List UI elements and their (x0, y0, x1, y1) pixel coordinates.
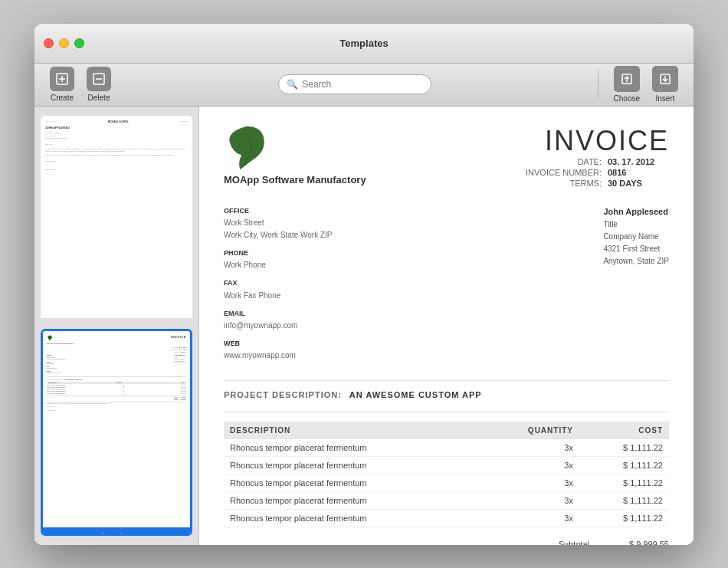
terms-label: TERMS: (569, 179, 602, 188)
row-cost: $ 1,111.22 (579, 492, 669, 510)
divider-1 (224, 380, 669, 381)
invoice-addresses: OFFICE Work Street Work City, Work State… (224, 205, 669, 369)
to-name: John Appleseed (603, 205, 669, 219)
row-qty: 3x (480, 474, 579, 492)
invoice-header: MOApp Software Manufactory INVOICE DATE:… (224, 125, 669, 193)
create-button[interactable]: Create (45, 64, 79, 105)
sidebar: FIRST NAME MICHAEL GOSPEL reference JOHN… (34, 107, 199, 545)
invoice-leaf-icon (224, 125, 366, 174)
row-qty: 3x (480, 457, 579, 474)
choose-icon (614, 66, 640, 92)
to-company: Company Name (603, 231, 669, 243)
row-cost: $ 1,111.22 (579, 439, 669, 457)
email-value: info@myownapp.com (224, 320, 333, 332)
window-title: Templates (339, 38, 388, 49)
insert-icon (652, 66, 678, 92)
table-row: Rhoncus tempor placerat fermentum 3x $ 1… (224, 474, 669, 492)
row-qty: 3x (480, 510, 579, 527)
sidebar-item-invoice[interactable]: INVOICE MOApp Software Manufactory DATE:… (41, 329, 192, 535)
col-header-quantity: QUANTITY (480, 422, 579, 439)
row-cost: $ 1,111.22 (579, 510, 669, 527)
table-row: Rhoncus tempor placerat fermentum 3x $ 1… (224, 457, 669, 474)
date-value: 03. 17. 2012 (608, 157, 669, 166)
choose-label: Choose (614, 94, 640, 103)
office-label: OFFICE (224, 205, 333, 216)
web-label: Web (224, 338, 333, 349)
table-row: Rhoncus tempor placerat fermentum 3x $ 1… (224, 510, 669, 527)
date-label: DATE: (577, 157, 602, 166)
close-button[interactable] (44, 38, 54, 48)
table-row: Rhoncus tempor placerat fermentum 3x $ 1… (224, 492, 669, 510)
row-desc: Rhoncus tempor placerat fermentum (224, 457, 480, 474)
minimize-button[interactable] (59, 38, 69, 48)
toolbar-divider (598, 71, 598, 98)
subtotal-label: Subtotal (528, 540, 589, 544)
invoice-title: INVOICE (526, 125, 669, 157)
insert-button[interactable]: Insert (648, 63, 683, 106)
search-icon: 🔍 (287, 79, 298, 90)
row-cost: $ 1,111.22 (579, 457, 669, 474)
invoice-number-value: 0816 (608, 168, 669, 177)
invoice-meta: DATE: 03. 17. 2012 INVOICE NUMBER: 0816 … (526, 157, 669, 188)
invoice-number-label: INVOICE NUMBER: (526, 168, 602, 177)
phone-label: Phone (224, 248, 333, 258)
search-box[interactable]: 🔍 (278, 74, 431, 94)
insert-label: Insert (655, 94, 674, 103)
invoice-label: Invoice (43, 527, 190, 535)
subtotal-value: $ 9,999.55 (608, 540, 669, 544)
choose-button[interactable]: Choose (609, 63, 644, 106)
invoice-preview-thumb: INVOICE MOApp Software Manufactory DATE:… (43, 331, 190, 527)
invoice-totals: Subtotal $ 9,999.55 Tax (8.25%) $ 111.33… (224, 540, 669, 544)
email-label: Email (224, 308, 333, 319)
to-title: Title (603, 218, 669, 231)
search-input[interactable] (302, 79, 409, 90)
create-icon (50, 67, 74, 91)
subtotal-row: Subtotal $ 9,999.55 (528, 540, 669, 544)
create-label: Create (51, 94, 74, 102)
letter-simple-label: Letter (Simple) (41, 318, 192, 323)
office-line2: Work City, Work State Work ZIP (224, 229, 333, 241)
maximize-button[interactable] (74, 38, 84, 48)
invoice-table: DESCRIPTION QUANTITY COST Rhoncus tempor… (224, 422, 669, 527)
titlebar: Templates (34, 24, 694, 64)
delete-label: Delete (88, 94, 110, 102)
toolbar-right: Choose Insert (609, 63, 683, 106)
row-desc: Rhoncus tempor placerat fermentum (224, 492, 480, 510)
row-qty: 3x (480, 492, 579, 510)
preview-panel: MOApp Software Manufactory INVOICE DATE:… (199, 107, 694, 545)
company-name: MOApp Software Manufactory (224, 174, 366, 186)
fax-label: Fax (224, 277, 333, 288)
row-desc: Rhoncus tempor placerat fermentum (224, 474, 480, 492)
project-desc-value: AN AWESOME CUSTOM APP (349, 390, 482, 399)
invoice-from: OFFICE Work Street Work City, Work State… (224, 205, 333, 369)
delete-button[interactable]: Delete (82, 64, 116, 105)
row-cost: $ 1,111.22 (579, 474, 669, 492)
project-description: PROJECT DESCRIPTION: AN AWESOME CUSTOM A… (224, 390, 669, 399)
to-city: Anytown, State ZIP (603, 255, 669, 268)
row-desc: Rhoncus tempor placerat fermentum (224, 439, 480, 457)
divider-2 (224, 412, 669, 412)
col-header-description: DESCRIPTION (224, 422, 480, 439)
sidebar-item-letter-simple[interactable]: FIRST NAME MICHAEL GOSPEL reference JOHN… (41, 116, 192, 323)
phone-value: Work Phone (224, 259, 333, 271)
row-qty: 3x (480, 439, 579, 457)
traffic-lights (44, 38, 84, 48)
project-desc-label: PROJECT DESCRIPTION: (224, 390, 342, 399)
letter-preview: FIRST NAME MICHAEL GOSPEL reference JOHN… (41, 116, 192, 318)
toolbar-left: Create Delete (45, 64, 116, 105)
delete-icon (87, 67, 111, 91)
fax-value: Work Fax Phone (224, 290, 333, 302)
toolbar: Create Delete 🔍 (34, 64, 694, 107)
web-value: www.myownapp.com (224, 350, 333, 362)
invoice-to: John Appleseed Title Company Name 4321 F… (603, 205, 669, 369)
col-header-cost: COST (579, 422, 669, 439)
main-content: FIRST NAME MICHAEL GOSPEL reference JOHN… (34, 107, 694, 545)
office-line1: Work Street (224, 217, 333, 229)
main-window: Templates Create (34, 24, 694, 545)
toolbar-center: 🔍 (123, 74, 587, 94)
table-row: Rhoncus tempor placerat fermentum 3x $ 1… (224, 439, 669, 457)
row-desc: Rhoncus tempor placerat fermentum (224, 510, 480, 527)
to-address: 4321 First Street (603, 243, 669, 255)
terms-value: 30 DAYS (608, 179, 669, 188)
